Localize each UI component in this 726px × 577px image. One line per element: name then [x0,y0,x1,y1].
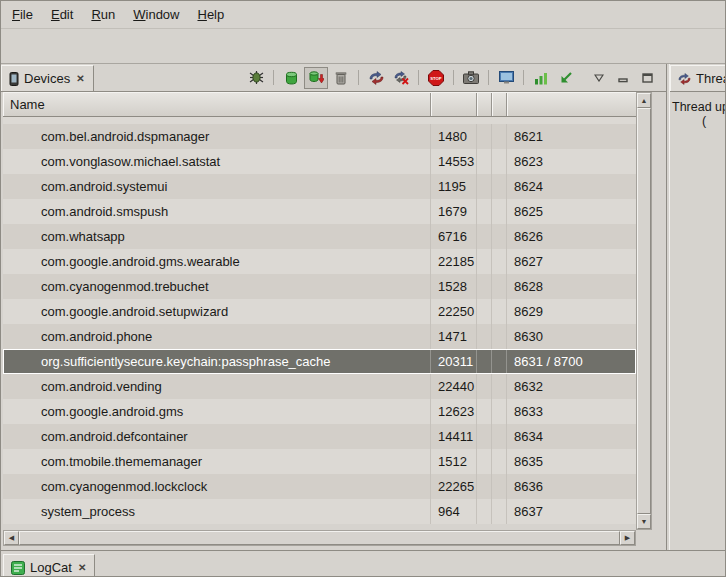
cause-gc-button[interactable] [329,67,353,89]
stop-process-button[interactable]: STOP [424,67,448,89]
update-threads-button[interactable] [364,67,388,89]
toolbar-separator [358,70,359,85]
minimize-button[interactable] [614,69,632,87]
tab-threads[interactable]: Threa [670,65,726,91]
cell-pid: 12623 [431,399,477,424]
threads-message-line1: Thread up [672,100,725,114]
horizontal-scrollbar[interactable]: ◀ ▶ [3,530,636,546]
view-menu-button[interactable] [590,69,608,87]
table-row[interactable]: com.android.defcontainer144118634 [3,424,636,449]
vertical-scrollbar[interactable]: ▲ ▼ [636,92,652,530]
table-row[interactable]: com.whatsapp67168626 [3,224,636,249]
table-row[interactable]: com.vonglasow.michael.satstat145538623 [3,149,636,174]
table-row[interactable]: com.google.android.gms.wearable221858627 [3,249,636,274]
cell-port: 8629 [507,299,636,324]
cell-sp2 [492,249,507,274]
ddms-window: File Edit Run Window Help Devices ✕ [0,0,726,577]
cell-sp2 [492,449,507,474]
horizontal-scroll-thumb[interactable] [19,531,620,545]
tab-logcat[interactable]: LogCat ✕ [3,554,95,577]
bottom-tabbar: LogCat ✕ [1,550,725,577]
debug-button[interactable] [244,67,268,89]
cell-port: 8636 [507,474,636,499]
cell-sp2 [492,224,507,249]
cell-sp1 [477,224,492,249]
camera-icon [463,71,479,84]
tab-devices[interactable]: Devices ✕ [1,65,94,91]
table-row[interactable]: com.android.vending224408632 [3,374,636,399]
cell-port: 8621 [507,124,636,149]
cell-pid: 1480 [431,124,477,149]
table-row[interactable]: com.android.phone14718630 [3,324,636,349]
cell-port: 8627 [507,249,636,274]
cell-sp2 [492,374,507,399]
cell-name: com.cyanogenmod.lockclock [3,474,431,499]
tab-logcat-label: LogCat [30,560,72,575]
menu-run[interactable]: Run [82,3,124,26]
maximize-button[interactable] [638,69,656,87]
menu-window[interactable]: Window [124,3,188,26]
device-icon [9,72,19,86]
cell-pid: 14411 [431,424,477,449]
column-header-pid[interactable] [431,93,477,116]
cell-name: com.android.phone [3,324,431,349]
column-header-spacer1[interactable] [477,93,492,116]
vertical-scroll-thumb[interactable] [637,108,651,514]
scroll-up-button[interactable]: ▲ [637,93,651,108]
chevron-down-icon [594,74,604,82]
column-header-port[interactable] [507,93,636,116]
cell-sp1 [477,399,492,424]
scroll-left-button[interactable]: ◀ [4,531,19,545]
screen-record-button[interactable] [494,67,518,89]
threads-arrows-x-icon [394,71,409,85]
table-row[interactable]: com.bel.android.dspmanager14808621 [3,124,636,149]
cell-pid: 22265 [431,474,477,499]
toolbar-separator [418,70,419,85]
table-row[interactable]: system_process9648637 [3,499,636,524]
table-row[interactable]: com.cyanogenmod.trebuchet15288628 [3,274,636,299]
cell-name: org.sufficientlysecure.keychain:passphra… [3,349,431,374]
cell-pid: 1471 [431,324,477,349]
table-row[interactable]: com.cyanogenmod.lockclock222658636 [3,474,636,499]
menu-help[interactable]: Help [188,3,233,26]
cell-pid: 6716 [431,224,477,249]
start-profiling-button[interactable] [554,67,578,89]
svg-text:STOP: STOP [430,75,442,80]
cell-port: 8630 [507,324,636,349]
cell-sp1 [477,474,492,499]
close-icon[interactable]: ✕ [77,562,87,573]
devices-view: Devices ✕ [1,64,666,550]
cell-port: 8625 [507,199,636,224]
cell-name: com.google.android.gms.wearable [3,249,431,274]
cell-sp1 [477,299,492,324]
update-heap-button[interactable] [279,67,303,89]
method-profiling-button[interactable] [529,67,553,89]
cell-port: 8628 [507,274,636,299]
column-header-name[interactable]: Name [3,93,431,116]
table-row[interactable]: com.android.smspush16798625 [3,199,636,224]
menu-edit[interactable]: Edit [42,3,82,26]
threads-arrows-icon [369,71,384,85]
cell-pid: 22440 [431,374,477,399]
toolbar-separator [273,70,274,85]
cell-pid: 1679 [431,199,477,224]
screen-capture-button[interactable] [459,67,483,89]
table-row[interactable]: com.android.systemui11958624 [3,174,636,199]
menu-file[interactable]: File [3,3,42,26]
cell-sp2 [492,174,507,199]
cell-port: 8634 [507,424,636,449]
scroll-down-button[interactable]: ▼ [637,514,651,529]
stop-threads-button[interactable] [389,67,413,89]
cell-sp2 [492,399,507,424]
debug-bug-icon [249,70,264,85]
threads-message: Thread up ( [670,92,726,128]
threads-message-line2: ( [672,114,725,128]
close-icon[interactable]: ✕ [75,73,85,84]
table-row[interactable]: com.tmobile.thememanager15128635 [3,449,636,474]
table-row[interactable]: org.sufficientlysecure.keychain:passphra… [3,349,636,374]
table-row[interactable]: com.google.android.gms126238633 [3,399,636,424]
column-header-spacer2[interactable] [492,93,507,116]
table-row[interactable]: com.google.android.setupwizard222508629 [3,299,636,324]
dump-hprof-button[interactable] [304,67,328,89]
scroll-right-button[interactable]: ▶ [620,531,635,545]
